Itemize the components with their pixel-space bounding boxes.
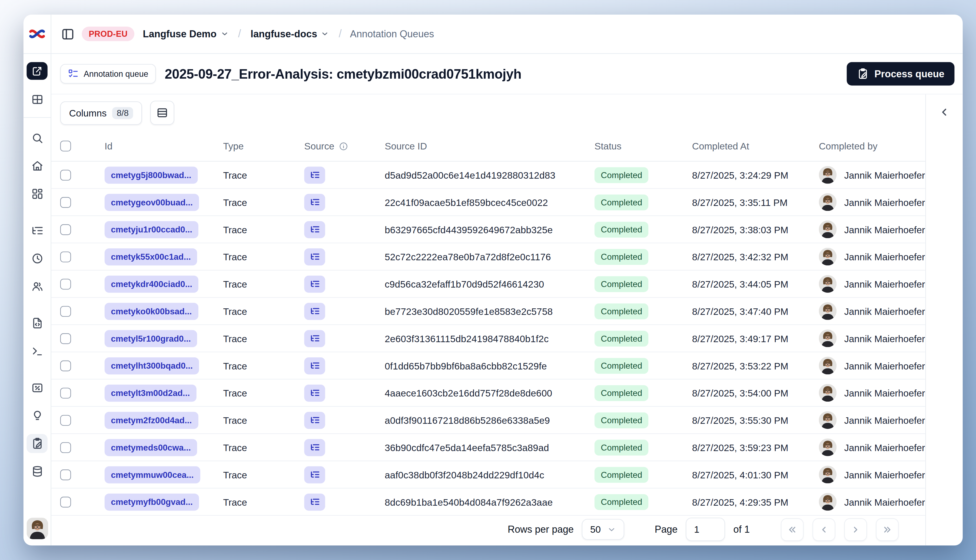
expand-panel-button[interactable]	[935, 103, 954, 122]
column-header-source-id[interactable]: Source ID	[385, 140, 594, 152]
item-id-badge[interactable]: cmetymeds00cwa...	[105, 438, 197, 456]
source-trace-badge[interactable]	[304, 438, 325, 456]
item-id-badge[interactable]: cmetylht300bqad0...	[105, 357, 199, 374]
row-height-button[interactable]	[150, 101, 174, 125]
source-trace-badge[interactable]	[304, 357, 325, 374]
source-trace-badge[interactable]	[304, 166, 325, 183]
column-header-type[interactable]: Type	[223, 140, 304, 152]
breadcrumb-org[interactable]: Langfuse Demo	[142, 27, 230, 41]
item-id-badge[interactable]: cmetymyfb00gvad...	[105, 493, 199, 510]
table-row[interactable]: cmetygeov00buad... Trace 22c41f09acae5b1…	[52, 189, 926, 216]
row-checkbox[interactable]	[60, 251, 71, 262]
open-external-button[interactable]	[27, 62, 47, 80]
table-row[interactable]: cmetykdr400ciad0... Trace c9d56ca32efaff…	[52, 270, 926, 298]
nav-dashboard-button[interactable]	[27, 184, 47, 203]
item-id-badge[interactable]: cmetygeov00buad...	[105, 193, 199, 210]
nav-users-button[interactable]	[27, 277, 47, 296]
column-header-source[interactable]: Source	[304, 140, 385, 152]
source-trace-badge[interactable]	[304, 275, 325, 292]
environment-badge[interactable]: PROD-EU	[82, 27, 134, 41]
source-trace-badge[interactable]	[304, 330, 325, 347]
row-checkbox[interactable]	[60, 442, 71, 453]
table-row[interactable]: cmetyju1r00ccad0... Trace b63297665cfd44…	[52, 216, 926, 243]
nav-tracing-button[interactable]	[27, 221, 47, 240]
source-trace-badge[interactable]	[304, 384, 325, 402]
item-id-badge[interactable]: cmetylt3m00d2ad...	[105, 384, 196, 402]
source-trace-badge[interactable]	[304, 302, 325, 320]
item-id-badge[interactable]: cmetyl5r100grad0...	[105, 330, 197, 347]
source-trace-badge[interactable]	[304, 221, 325, 238]
nav-home-button[interactable]	[27, 157, 47, 175]
source-trace-badge[interactable]	[304, 248, 325, 265]
table-row[interactable]: cmetym2fz00d4ad... Trace a0df3f901167218…	[52, 407, 926, 434]
page-number-input[interactable]	[686, 518, 725, 541]
breadcrumb-project[interactable]: langfuse-docs	[249, 27, 330, 41]
page-header: Annotation queue 2025-09-27_Error-Analys…	[52, 54, 963, 94]
select-all-checkbox[interactable]	[60, 140, 71, 152]
row-checkbox[interactable]	[60, 469, 71, 480]
row-checkbox[interactable]	[60, 333, 71, 344]
table-row[interactable]: cmetyl5r100grad0... Trace 2e603f31361115…	[52, 325, 926, 352]
nav-prompts-button[interactable]	[27, 313, 47, 332]
row-checkbox[interactable]	[60, 224, 71, 235]
columns-label: Columns	[69, 107, 107, 118]
item-id-badge[interactable]: cmetyko0k00bsad...	[105, 302, 198, 320]
nav-evaluation-button[interactable]	[27, 378, 47, 397]
source-trace-badge[interactable]	[304, 193, 325, 210]
nav-search-button[interactable]	[27, 128, 47, 148]
sidebar-toggle-button[interactable]	[61, 27, 75, 41]
column-header-completed-at[interactable]: Completed At	[692, 140, 819, 152]
nav-tables-button[interactable]	[27, 90, 47, 109]
item-id-badge[interactable]: cmetykdr400ciad0...	[105, 275, 199, 292]
column-header-id[interactable]: Id	[105, 140, 223, 152]
source-trace-badge[interactable]	[304, 412, 325, 428]
row-checkbox[interactable]	[60, 360, 71, 371]
item-id-badge[interactable]: cmetymmuw00cea...	[105, 466, 200, 483]
nav-playground-button[interactable]	[27, 342, 47, 360]
row-checkbox[interactable]	[60, 387, 71, 398]
table-row[interactable]: cmetymmuw00cea... Trace aaf0c38db0f3f204…	[52, 462, 926, 488]
chevron-down-icon	[321, 30, 329, 38]
table-row[interactable]: cmetymyfb00gvad... Trace 8dc69b1ba1e540b…	[52, 488, 926, 516]
user-avatar[interactable]	[26, 518, 48, 539]
source-trace-badge[interactable]	[304, 493, 325, 510]
status-badge: Completed	[594, 494, 649, 510]
item-id-badge[interactable]: cmetyju1r00ccad0...	[105, 221, 199, 238]
source-trace-badge[interactable]	[304, 466, 325, 483]
table-row[interactable]: cmetyg5j800bwad... Trace d5ad9d52a00c6e1…	[52, 162, 926, 189]
nav-datasets-button[interactable]	[27, 462, 47, 481]
rows-per-page-select[interactable]: 50	[582, 519, 624, 540]
table-row[interactable]: cmetyk55x00c1ad... Trace 52c72c2222ea78e…	[52, 243, 926, 270]
row-checkbox[interactable]	[60, 170, 71, 180]
next-page-button[interactable]	[844, 518, 867, 540]
item-id-badge[interactable]: cmetyk55x00c1ad...	[105, 248, 197, 265]
nav-insights-button[interactable]	[27, 406, 47, 425]
process-queue-button[interactable]: Process queue	[846, 62, 954, 86]
row-checkbox[interactable]	[60, 415, 71, 425]
columns-button[interactable]: Columns 8/8	[60, 101, 142, 125]
item-id-badge[interactable]: cmetyg5j800bwad...	[105, 166, 198, 183]
user-name: Jannik Maierhoefer	[844, 469, 925, 480]
type-cell: Trace	[223, 360, 304, 371]
table-row[interactable]: cmetylt3m00d2ad... Trace 4aaece1603cb2e1…	[52, 380, 926, 407]
row-checkbox[interactable]	[60, 278, 71, 289]
source-id-cell: 22c41f09acae5b1ef859bcec45ce0022	[385, 197, 594, 208]
column-header-completed-by[interactable]: Completed by	[819, 140, 926, 152]
previous-page-button[interactable]	[812, 518, 835, 540]
row-checkbox[interactable]	[60, 306, 71, 317]
type-cell: Trace	[223, 469, 304, 480]
column-header-status[interactable]: Status	[594, 140, 692, 152]
item-id-badge[interactable]: cmetym2fz00d4ad...	[105, 412, 198, 428]
queue-type-badge[interactable]: Annotation queue	[60, 64, 156, 84]
table-row[interactable]: cmetymeds00cwa... Trace 36b90cdfc47e5da1…	[52, 434, 926, 462]
nav-annotation-queues-button[interactable]	[27, 434, 47, 453]
table-row[interactable]: cmetyko0k00bsad... Trace be7723e30d80205…	[52, 298, 926, 325]
last-page-button[interactable]	[876, 518, 899, 540]
first-page-button[interactable]	[781, 518, 804, 540]
langfuse-logo[interactable]	[28, 28, 45, 39]
row-checkbox[interactable]	[60, 197, 71, 208]
nav-sessions-button[interactable]	[27, 249, 47, 268]
table-row[interactable]: cmetylht300bqad0... Trace 0f1dd65b7bb9bf…	[52, 352, 926, 380]
type-cell: Trace	[223, 497, 304, 507]
row-checkbox[interactable]	[60, 497, 71, 507]
